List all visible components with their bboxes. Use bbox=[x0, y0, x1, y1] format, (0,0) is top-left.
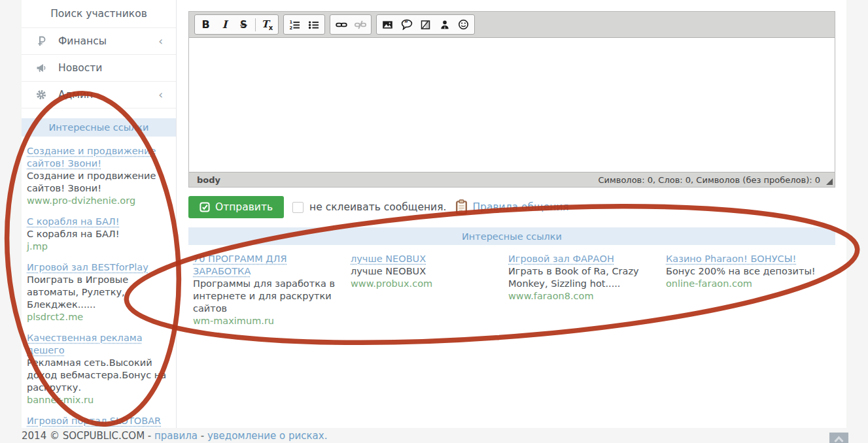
ad-title-link[interactable]: Игровой портал SLOTOBAR bbox=[27, 416, 161, 426]
check-icon bbox=[200, 202, 210, 212]
smiley-icon bbox=[458, 19, 469, 30]
bottom-links-list: 70 ПРОГРАММ ДЛЯ ЗАРАБОТКА Программы для … bbox=[188, 253, 835, 336]
no-merge-checkbox[interactable] bbox=[292, 202, 304, 213]
chevron-up-icon bbox=[833, 436, 844, 443]
bottom-ad-entry: 70 ПРОГРАММ ДЛЯ ЗАРАБОТКА Программы для … bbox=[193, 253, 343, 327]
sidebar-item-label: Финансы bbox=[58, 35, 107, 47]
quote-icon: ” bbox=[401, 19, 413, 30]
ad-title-link[interactable]: С корабля на БАЛ! bbox=[27, 216, 120, 227]
sidebar-item-admin[interactable]: Админ ‹ bbox=[22, 82, 176, 108]
member-search-label: Поиск участников bbox=[50, 8, 147, 20]
ad-url-link[interactable]: wm-maximum.ru bbox=[193, 315, 343, 327]
ad-description: Поиграть в Игровые автоматы, Рулетку, Бл… bbox=[27, 274, 169, 311]
ad-title-link[interactable]: 70 ПРОГРАММ ДЛЯ ЗАРАБОТКА bbox=[193, 254, 287, 276]
scroll-to-top-button[interactable] bbox=[829, 433, 848, 443]
svg-text:1: 1 bbox=[290, 20, 293, 25]
insert-user-button[interactable] bbox=[435, 16, 454, 33]
sidebar-ad-entry: С корабля на БАЛ! С корабля на БАЛ! j.mp bbox=[27, 216, 169, 253]
ad-url-link[interactable]: www.pro-dvizhenie.org bbox=[27, 195, 169, 207]
sidebar-item-label: Админ bbox=[58, 89, 93, 101]
sidebar-item-label: Новости bbox=[58, 62, 102, 74]
element-path[interactable]: body bbox=[189, 175, 220, 185]
main-panel: B I S Tx 1 2 bbox=[177, 0, 846, 428]
ad-url-link[interactable]: www.faraon8.com bbox=[508, 290, 659, 303]
strikethrough-icon: S bbox=[240, 19, 247, 31]
sidebar-spacer bbox=[22, 108, 176, 118]
sidebar-ad-entry: Создание и продвижение сайтов! Звони! Со… bbox=[27, 145, 169, 207]
chevron-left-icon: ‹ bbox=[158, 90, 163, 101]
smiley-button[interactable] bbox=[454, 16, 473, 33]
ad-description: Рекламная сеть.Высокий доход вебмастера.… bbox=[27, 357, 169, 394]
strikethrough-button[interactable]: S bbox=[234, 16, 253, 33]
sidebar-links-list: Создание и продвижение сайтов! Звони! Со… bbox=[22, 137, 176, 443]
spoiler-button[interactable] bbox=[416, 16, 435, 33]
ad-title-link[interactable]: Казино Pharaon! БОНУСЫ! bbox=[666, 254, 796, 264]
ad-title-link[interactable]: Игровой зал ФАРАОН bbox=[508, 254, 614, 264]
ad-title-link[interactable]: лучше NEOBUX bbox=[351, 254, 426, 264]
send-button[interactable]: Отправить bbox=[188, 196, 284, 218]
ad-title-link[interactable]: Создание и продвижение сайтов! Звони! bbox=[27, 146, 156, 169]
footer-separator: - bbox=[198, 430, 207, 442]
bulleted-list-button[interactable] bbox=[304, 16, 323, 33]
compose-row: Отправить не склеивать сообщения. Правил… bbox=[188, 196, 569, 218]
ad-url-link[interactable]: j.mp bbox=[27, 240, 169, 253]
ad-title-link[interactable]: Игровой зал BESTforPlay bbox=[27, 262, 148, 272]
svg-text:2: 2 bbox=[290, 25, 293, 29]
chat-rules-link[interactable]: Правила общения bbox=[472, 201, 568, 213]
editor-toolbar: B I S Tx 1 2 bbox=[189, 12, 835, 37]
numbered-list-button[interactable]: 1 2 bbox=[285, 16, 304, 33]
bottom-ad-entry: Игровой зал ФАРАОН Играть в Book of Ra, … bbox=[508, 253, 659, 327]
send-button-label: Отправить bbox=[215, 201, 273, 213]
bottom-links-header-label: Интересные ссылки bbox=[462, 231, 562, 242]
link-icon bbox=[336, 20, 347, 30]
char-word-counter: Символов: 0, Слов: 0, Символов (без проб… bbox=[598, 175, 835, 185]
unlink-icon bbox=[355, 20, 366, 30]
bold-button[interactable]: B bbox=[196, 16, 215, 33]
ad-url-link[interactable]: online-faraon.com bbox=[666, 278, 816, 290]
ad-description: С корабля на БАЛ! bbox=[27, 228, 169, 240]
user-icon bbox=[440, 20, 450, 30]
italic-button[interactable]: I bbox=[215, 16, 234, 33]
rich-text-editor: B I S Tx 1 2 bbox=[188, 11, 835, 188]
bold-icon: B bbox=[201, 18, 209, 31]
toolbar-group-format: B I S Tx bbox=[194, 14, 279, 35]
resize-handle-icon[interactable] bbox=[826, 178, 833, 185]
ad-url-link[interactable]: banner-mix.ru bbox=[27, 394, 169, 406]
toolbar-group-links bbox=[330, 14, 372, 35]
remove-format-button[interactable]: Tx bbox=[258, 16, 277, 33]
sidebar: Поиск участников Финансы ‹ Новости bbox=[22, 0, 177, 428]
spoiler-icon bbox=[420, 20, 431, 30]
sidebar-item-member-search[interactable]: Поиск участников bbox=[22, 0, 176, 28]
toolbar-separator bbox=[255, 18, 256, 31]
copyright-text: 2014 © SOCPUBLIC.COM bbox=[22, 430, 145, 442]
insert-link-button[interactable] bbox=[332, 16, 351, 33]
remove-link-button[interactable] bbox=[351, 16, 370, 33]
remove-format-icon: Tx bbox=[262, 18, 273, 31]
bottom-links-header: Интересные ссылки bbox=[188, 227, 835, 245]
chevron-left-icon: ‹ bbox=[158, 36, 163, 47]
toolbar-group-lists: 1 2 bbox=[283, 14, 325, 35]
image-icon bbox=[382, 20, 393, 30]
ad-description: Создание и продвижение сайтов! Звони! bbox=[27, 170, 169, 195]
clipboard-icon bbox=[455, 199, 468, 215]
footer-rules-link[interactable]: правила bbox=[154, 430, 198, 442]
ad-url-link[interactable]: plsdrct2.me bbox=[27, 311, 169, 323]
sidebar-links-header: Интересные ссылки bbox=[22, 118, 176, 137]
editor-content-area[interactable] bbox=[189, 37, 835, 172]
ad-description: Играть в Book of Ra, Crazy Monkey, Sizzl… bbox=[508, 265, 659, 290]
ad-title-link[interactable]: Качественная реклама дешего bbox=[27, 333, 143, 355]
bulleted-list-icon bbox=[308, 20, 319, 30]
sidebar-ad-entry: Качественная реклама дешего Рекламная се… bbox=[27, 332, 169, 406]
quote-button[interactable]: ” bbox=[397, 16, 416, 33]
ad-description: Бонус 200% на все депозиты! bbox=[666, 265, 816, 278]
bottom-ad-entry: Казино Pharaon! БОНУСЫ! Бонус 200% на вс… bbox=[666, 253, 816, 327]
ruble-icon bbox=[36, 36, 49, 46]
sidebar-ad-entry: Игровой зал BESTforPlay Поиграть в Игров… bbox=[27, 261, 169, 323]
sidebar-item-finance[interactable]: Финансы ‹ bbox=[22, 28, 176, 55]
insert-image-button[interactable] bbox=[378, 16, 397, 33]
footer-risks-link[interactable]: уведомление о рисках. bbox=[207, 430, 328, 442]
editor-statusbar: body Символов: 0, Слов: 0, Символов (без… bbox=[189, 172, 835, 187]
ad-url-link[interactable]: www.probux.com bbox=[351, 278, 501, 290]
no-merge-checkbox-label: не склеивать сообщения. bbox=[309, 201, 446, 213]
sidebar-item-news[interactable]: Новости bbox=[22, 55, 176, 82]
